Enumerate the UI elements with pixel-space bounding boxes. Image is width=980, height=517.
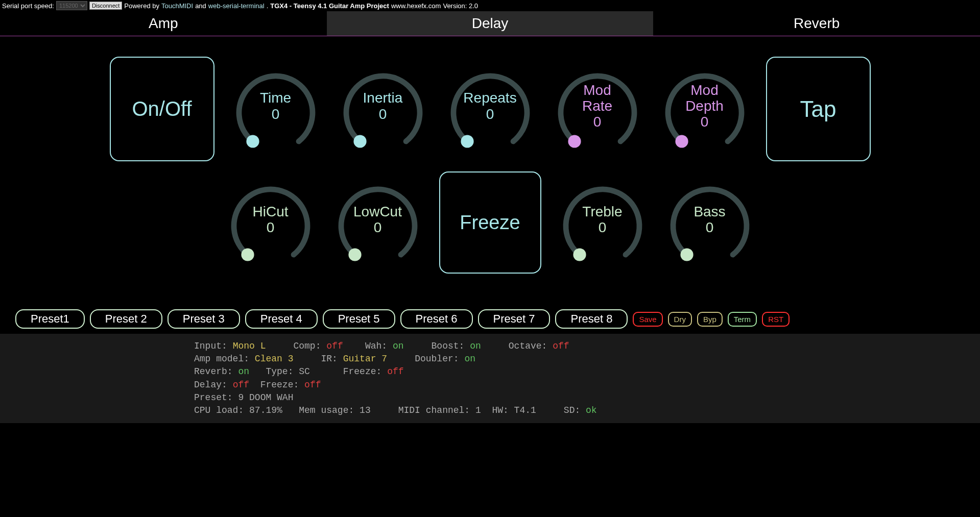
- term-boost-value: on: [470, 341, 481, 351]
- term-comp-value: off: [326, 341, 343, 351]
- term-freeze2-value: off: [304, 380, 321, 390]
- knob-time-value: 0: [272, 106, 280, 122]
- terminal-output: Input: Mono L Comp: off Wah: on Boost: o…: [0, 334, 980, 423]
- term-preset-label: Preset:: [194, 392, 233, 403]
- knob-hicut-value: 0: [267, 219, 275, 236]
- knob-moddepth-label: Mod Depth: [685, 83, 724, 114]
- term-mem-value: 13: [360, 405, 371, 415]
- preset-4-button[interactable]: Preset 4: [245, 309, 318, 329]
- knob-inertia[interactable]: Inertia0: [337, 63, 429, 155]
- preset-3-button[interactable]: Preset 3: [168, 309, 240, 329]
- version-label: Version: 2.0: [443, 2, 478, 10]
- preset-7-button[interactable]: Preset 7: [478, 309, 551, 329]
- preset-bar: Preset1 Preset 2 Preset 3 Preset 4 Prese…: [0, 294, 980, 334]
- term-comp-label: Comp:: [293, 341, 321, 351]
- tab-delay[interactable]: Delay: [327, 11, 654, 36]
- term-type-label: Type:: [266, 366, 293, 377]
- term-boost-label: Boost:: [432, 341, 465, 351]
- knob-moddepth[interactable]: Mod Depth0: [659, 63, 751, 155]
- svg-point-7: [573, 248, 586, 261]
- term-cpu-value: 87.19%: [249, 405, 282, 415]
- knob-repeats-value: 0: [486, 106, 494, 122]
- term-type-value: SC: [299, 366, 310, 377]
- term-sd-label: SD:: [564, 405, 580, 415]
- disconnect-button[interactable]: Disconnect: [89, 2, 122, 10]
- knob-repeats[interactable]: Repeats0: [444, 63, 536, 155]
- term-wah-label: Wah:: [365, 341, 387, 351]
- and-label: and: [195, 2, 206, 10]
- svg-point-3: [568, 135, 581, 147]
- knob-inertia-value: 0: [379, 106, 387, 122]
- term-hw-value: T4.1: [514, 405, 536, 415]
- knob-time[interactable]: Time0: [230, 63, 322, 155]
- knob-repeats-label: Repeats: [463, 90, 516, 106]
- knob-lowcut-label: LowCut: [353, 204, 402, 220]
- preset-5-button[interactable]: Preset 5: [323, 309, 395, 329]
- knob-lowcut-value: 0: [374, 219, 382, 236]
- term-reverb-label: Reverb:: [194, 366, 233, 377]
- knob-lowcut[interactable]: LowCut0: [332, 177, 424, 268]
- project-title: TGX4 - Teensy 4.1 Guitar Amp Project: [270, 2, 389, 10]
- svg-point-6: [348, 248, 361, 261]
- knob-row-1: On/Off Time0 Inertia0 Repeats0 Mod Rate0…: [10, 57, 970, 161]
- svg-point-1: [353, 135, 366, 147]
- rst-button[interactable]: RST: [762, 312, 790, 327]
- term-mem-label: Mem usage:: [299, 405, 354, 415]
- freeze-button[interactable]: Freeze: [439, 171, 541, 274]
- term-reverb-value: on: [238, 366, 249, 377]
- knob-modrate[interactable]: Mod Rate0: [552, 63, 643, 155]
- knob-treble-value: 0: [599, 219, 607, 236]
- knob-treble[interactable]: Treble0: [557, 177, 649, 268]
- tab-bar: Amp Delay Reverb: [0, 11, 980, 36]
- svg-point-4: [675, 135, 688, 147]
- webserial-link[interactable]: web-serial-terminal: [208, 2, 265, 10]
- tap-button[interactable]: Tap: [766, 57, 871, 161]
- main-panel: On/Off Time0 Inertia0 Repeats0 Mod Rate0…: [0, 36, 980, 294]
- term-freeze-label: Freeze:: [343, 366, 382, 377]
- term-octave-label: Octave:: [509, 341, 547, 351]
- byp-button[interactable]: Byp: [697, 312, 723, 327]
- knob-modrate-label: Mod Rate: [582, 83, 612, 114]
- term-doubler-value: on: [464, 354, 475, 364]
- svg-point-0: [246, 135, 259, 147]
- knob-bass-label: Bass: [694, 204, 725, 220]
- site-label: www.hexefx.com: [391, 2, 441, 10]
- svg-point-8: [680, 248, 693, 261]
- term-midi-value: 1: [475, 405, 481, 415]
- term-octave-value: off: [553, 341, 569, 351]
- term-button[interactable]: Term: [728, 312, 757, 327]
- knob-moddepth-value: 0: [701, 114, 709, 130]
- preset-1-button[interactable]: Preset1: [15, 309, 85, 329]
- serial-speed-select[interactable]: 115200: [56, 1, 87, 10]
- svg-point-5: [241, 248, 254, 261]
- powered-by-label: Powered by: [124, 2, 159, 10]
- knob-hicut[interactable]: HiCut0: [225, 177, 317, 268]
- term-doubler-label: Doubler:: [415, 354, 459, 364]
- term-midi-label: MIDI channel:: [398, 405, 470, 415]
- preset-2-button[interactable]: Preset 2: [90, 309, 162, 329]
- term-hw-label: HW:: [492, 405, 508, 415]
- term-input-label: Input:: [194, 341, 227, 351]
- save-button[interactable]: Save: [633, 312, 662, 327]
- knob-time-label: Time: [260, 90, 291, 106]
- knob-bass[interactable]: Bass0: [664, 177, 756, 268]
- knob-hicut-label: HiCut: [252, 204, 288, 220]
- term-sd-value: ok: [586, 405, 597, 415]
- term-freeze-value: off: [387, 366, 403, 377]
- term-preset-value: 9 DOOM WAH: [238, 392, 293, 403]
- knob-treble-label: Treble: [582, 204, 622, 220]
- tab-amp[interactable]: Amp: [0, 11, 327, 36]
- knob-bass-value: 0: [706, 219, 714, 236]
- term-delay-value: off: [233, 380, 249, 390]
- preset-8-button[interactable]: Preset 8: [555, 309, 628, 329]
- knob-modrate-value: 0: [593, 114, 602, 130]
- term-amp-value: Clean 3: [255, 354, 294, 364]
- preset-6-button[interactable]: Preset 6: [400, 309, 473, 329]
- tab-reverb[interactable]: Reverb: [653, 11, 980, 36]
- dry-button[interactable]: Dry: [668, 312, 692, 327]
- header-bar: Serial port speed: 115200 Disconnect Pow…: [0, 0, 980, 11]
- touchmidi-link[interactable]: TouchMIDI: [161, 2, 193, 10]
- onoff-button[interactable]: On/Off: [110, 57, 214, 161]
- knob-inertia-label: Inertia: [363, 90, 403, 106]
- serial-speed-label: Serial port speed:: [2, 2, 54, 10]
